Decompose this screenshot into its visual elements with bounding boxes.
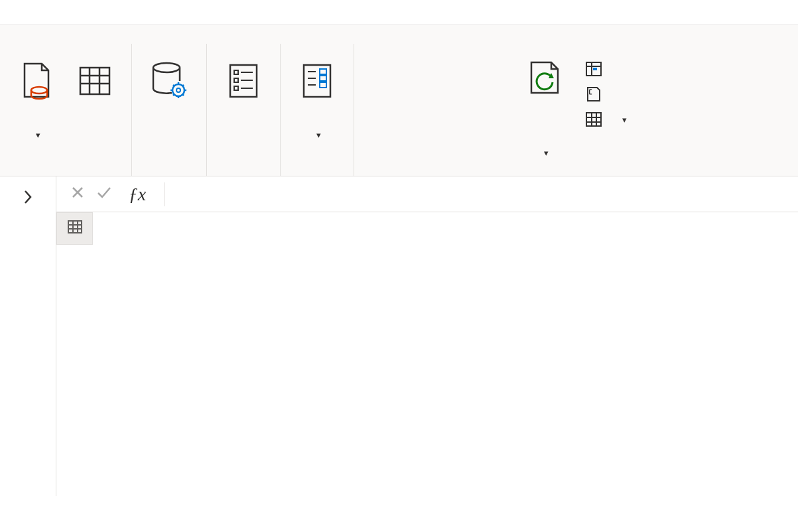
get-data-button[interactable]: ▾ [13,56,60,145]
formula-input[interactable] [171,176,798,212]
manage-button[interactable]: ▾ [580,109,631,130]
properties-button[interactable] [580,58,631,80]
data-grid [56,212,798,245]
refresh-label: ▾ [541,107,549,160]
chevron-down-icon: ▾ [544,148,549,158]
svg-rect-35 [586,113,601,126]
svg-point-0 [31,87,47,94]
manage-parameters-button[interactable]: ▾ [294,56,340,145]
svg-line-13 [173,85,174,86]
svg-point-6 [153,63,180,72]
ribbon-group-new-query: ▾ [0,44,132,176]
svg-line-14 [182,94,184,96]
page-data-source-icon [21,58,52,103]
chevron-down-icon: ▾ [622,115,627,125]
editor-content: ƒx [56,176,798,496]
fx-icon: ƒx [117,184,157,205]
parameters-icon [300,58,334,103]
formula-cancel-button[interactable] [64,185,91,204]
svg-line-15 [173,94,174,96]
ribbon-group-query: ▾ [354,44,798,176]
options-button[interactable] [220,56,267,110]
formula-commit-button[interactable] [91,185,117,204]
ribbon-group-data-sources [132,44,207,176]
svg-rect-18 [234,70,238,74]
chevron-down-icon: ▾ [36,130,40,140]
manage-icon [584,111,604,127]
table-icon [76,58,113,103]
svg-rect-30 [320,82,326,88]
app-title [0,0,798,24]
svg-line-16 [182,85,184,86]
refresh-icon [525,58,565,103]
divider [164,182,165,206]
manage-parameters-label: ▾ [314,107,321,143]
options-list-icon [226,58,261,103]
refresh-button[interactable]: ▾ [521,56,568,163]
row-header-corner[interactable] [57,213,93,245]
formula-bar: ƒx [56,176,798,212]
svg-rect-19 [234,78,238,82]
properties-icon [584,61,604,77]
svg-rect-29 [320,76,326,81]
queries-pane-collapsed [0,176,56,496]
get-data-label: ▾ [33,107,40,143]
svg-rect-1 [80,68,109,94]
chevron-down-icon: ▾ [316,130,321,140]
svg-point-8 [176,88,180,92]
tab-strip [0,24,798,44]
svg-rect-34 [593,68,597,70]
ribbon-group-options [207,44,281,176]
enter-data-button[interactable] [72,56,118,110]
ribbon-group-parameters: ▾ [281,44,354,176]
svg-rect-20 [234,86,238,90]
database-gear-icon [148,58,190,103]
svg-rect-28 [320,69,326,74]
advanced-editor-icon [584,86,604,102]
svg-rect-40 [68,221,82,233]
advanced-editor-button[interactable] [580,84,631,105]
expand-queries-button[interactable] [18,184,38,214]
ribbon: ▾ [0,44,798,176]
manage-connections-button[interactable] [145,56,193,110]
